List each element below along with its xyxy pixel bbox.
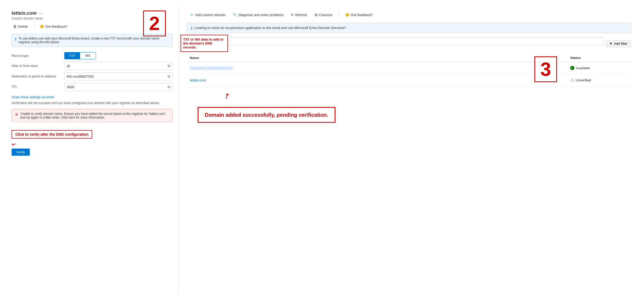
ttl-control: ⧉ [64, 83, 173, 91]
alias-control: ⧉ [64, 62, 173, 70]
table-row: xxxxxxxxxx.onmicrosoft.com Available [187, 62, 631, 74]
alias-input[interactable] [67, 64, 167, 68]
right-toolbar: ＋ Add custom domain 🔧 Diagnose and solve… [187, 11, 631, 19]
destination-input-wrapper: ⧉ [64, 72, 173, 80]
right-feedback-icon: 🙂 [345, 13, 349, 17]
delete-label: Delete [18, 24, 28, 28]
alias-row: Alias or host name ⧉ [12, 62, 173, 70]
add-filter-button[interactable]: ▼ Add filter [606, 40, 631, 47]
status-unverified-text: Unverified [575, 78, 591, 82]
destination-copy-icon[interactable]: ⧉ [168, 74, 170, 79]
search-bar[interactable]: 🔍 [187, 37, 603, 45]
toggle-mx[interactable]: MX [80, 52, 96, 59]
delete-icon: 🗑 [13, 24, 17, 28]
info-banner-text: To use tetteis.com with your Microsoft E… [18, 37, 169, 44]
status-available-text: Available [576, 66, 590, 70]
record-type-toggle[interactable]: TXT MX [64, 52, 96, 59]
toolbar-separator-right [339, 12, 339, 18]
refresh-label: Refresh [295, 13, 307, 17]
feedback-label: Got feedback? [45, 24, 68, 28]
add-domain-button[interactable]: ＋ Add custom domain [187, 11, 228, 19]
right-feedback-label: Got feedback? [351, 13, 373, 17]
alias-label: Alias or host name [12, 64, 64, 68]
domain-name-2: tetteis.com [190, 78, 570, 82]
verify-section: Click to verify after the DNS configurat… [12, 130, 173, 156]
columns-icon: ⊞ [315, 13, 318, 17]
add-filter-label: Add filter [614, 42, 627, 46]
arrow-up-icon: ↙ [222, 91, 232, 101]
share-link[interactable]: Share these settings via email [12, 95, 54, 99]
ttl-label: TTL [12, 85, 64, 89]
columns-label: Columns [319, 13, 332, 17]
add-domain-icon: ＋ [190, 12, 194, 18]
domain-added-annotation: Domain added successfully, pending verif… [198, 107, 335, 123]
record-type-control: TXT MX [64, 52, 173, 59]
col-status-header: Status [570, 56, 628, 60]
filter-icon: ▼ [609, 42, 613, 46]
dns-annotation-box: TXT or MX data to add to the domain's DN… [180, 35, 228, 52]
page-title: tetteis.com [12, 11, 37, 16]
step-2-annotation: 2 [143, 11, 166, 36]
status-unverified: ⚠ Unverified [570, 78, 628, 83]
search-bar-inner: 🔍 [191, 39, 600, 43]
domain-added-section: ↙ Domain added successfully, pending ver… [187, 92, 631, 123]
destination-label: Destination or points to address [12, 75, 64, 78]
delete-button[interactable]: 🗑 Delete [12, 23, 30, 30]
record-type-row: Record type TXT MX TXT or MX data to add… [12, 52, 173, 59]
status-2: ⚠ Unverified [570, 78, 628, 83]
click-to-verify-annotation: Click to verify after the DNS configurat… [12, 130, 92, 139]
info-icon: ℹ [15, 37, 16, 44]
right-panel: ＋ Add custom domain 🔧 Diagnose and solve… [179, 5, 639, 294]
right-info-icon: ℹ [191, 26, 192, 30]
col-name-header: Name [190, 56, 570, 60]
diagnose-button[interactable]: 🔧 Diagnose and solve problems [230, 11, 286, 18]
search-row: 🔍 ▼ Add filter [187, 37, 631, 50]
toolbar-separator [34, 24, 34, 29]
left-panel: tetteis.com ··· Custom domain name 2 🗑 D… [5, 5, 179, 294]
feedback-button[interactable]: 🙂 Got feedback? [38, 23, 69, 30]
right-table-area: Name 3 Status xxxxxxxxxx.onmicrosoft.com… [187, 54, 631, 123]
ttl-input[interactable] [67, 85, 167, 89]
step-2-number: 2 [143, 11, 166, 36]
step-3-number: 3 [534, 56, 557, 82]
error-banner-text: Unable to verify domain name. Ensure you… [20, 112, 169, 119]
right-info-text: Looking to move an on-premises applicati… [194, 26, 346, 30]
toggle-txt[interactable]: TXT [65, 52, 80, 59]
ttl-input-wrapper: ⧉ [64, 83, 173, 91]
record-type-label: Record type [12, 54, 64, 58]
destination-control: ⧉ [64, 72, 173, 80]
destination-input[interactable] [67, 75, 167, 79]
error-icon: ⊗ [15, 112, 18, 119]
add-domain-label: Add custom domain [195, 13, 226, 17]
search-input[interactable] [197, 40, 600, 43]
alias-copy-icon[interactable]: ⧉ [168, 64, 170, 68]
ttl-copy-icon[interactable]: ⧉ [168, 85, 170, 89]
table-header: Name 3 Status [187, 54, 631, 62]
diagnose-label: Diagnose and solve problems [238, 13, 284, 17]
domain-name-1: xxxxxxxxxx.onmicrosoft.com [190, 66, 570, 70]
error-banner: ⊗ Unable to verify domain name. Ensure y… [12, 109, 173, 122]
feedback-icon: 🙂 [40, 24, 44, 28]
table-row: tetteis.com ⚠ Unverified [187, 74, 631, 87]
note-text: Verification will not succeed until you … [12, 101, 173, 105]
warning-icon: ⚠ [570, 78, 574, 83]
refresh-button[interactable]: ↻ Refresh [288, 11, 310, 18]
ttl-row: TTL ⧉ [12, 83, 173, 91]
alias-input-wrapper: ⧉ [64, 62, 173, 70]
step-3-annotation: 3 [534, 56, 557, 82]
refresh-icon: ↻ [291, 13, 294, 17]
ellipsis-button[interactable]: ··· [39, 11, 43, 16]
status-1: Available [570, 66, 628, 70]
arrow-icon: ↙ [10, 140, 18, 148]
status-available: Available [570, 66, 628, 70]
blurred-domain-link[interactable]: xxxxxxxxxx.onmicrosoft.com [190, 66, 233, 70]
columns-button[interactable]: ⊞ Columns [312, 11, 335, 18]
right-info-banner: ℹ Looking to move an on-premises applica… [187, 23, 631, 33]
right-feedback-button[interactable]: 🙂 Got feedback? [343, 11, 376, 18]
tetteis-domain-link[interactable]: tetteis.com [190, 78, 206, 82]
status-green-icon [570, 66, 574, 70]
destination-row: Destination or points to address ⧉ [12, 72, 173, 80]
verify-button[interactable]: Verify [12, 149, 30, 156]
form-section: Record type TXT MX TXT or MX data to add… [12, 52, 173, 91]
diagnose-icon: 🔧 [233, 13, 237, 17]
